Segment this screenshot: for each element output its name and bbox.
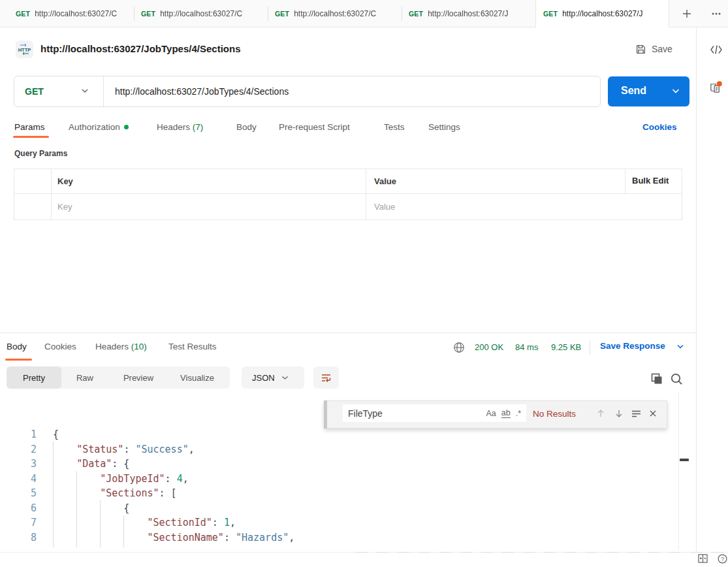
url-input[interactable]: http://localhost:63027/JobTypes/4/Sectio… [115,86,289,97]
code-line-text: { [53,501,129,516]
meta-divider [590,340,590,355]
save-button[interactable]: Save [635,40,673,57]
params-active-underline [13,136,49,138]
code-line: 5 "Sections": [ [0,486,696,501]
tab-url: http://localhost:63027/J [428,9,535,18]
view-raw[interactable]: Raw [61,366,108,389]
code-snippet-button[interactable] [709,43,723,56]
tab-method: GET [275,10,289,18]
response-divider [0,332,696,333]
find-next-button[interactable] [612,407,625,420]
response-body-underline [5,359,32,361]
line-number: 8 [13,530,37,545]
documentation-button[interactable] [709,80,723,94]
line-number: 7 [13,515,37,530]
response-tab-body[interactable]: Body [7,342,27,351]
send-label[interactable]: Send [621,85,646,97]
send-options-chevron-icon[interactable] [671,88,680,94]
bulk-edit-button[interactable]: Bulk Edit [632,176,669,186]
tab-pre-request-script[interactable]: Pre-request Script [279,122,350,132]
plus-icon [682,8,692,19]
request-tab-3[interactable]: GET http://localhost:63027/C [268,0,402,27]
request-tab-5-active[interactable]: GET http://localhost:63027/J [535,0,669,27]
code-line-text: { [53,427,59,442]
copy-response-button[interactable] [649,371,665,387]
request-tab-1[interactable]: GET http://localhost:63027/C [0,0,134,27]
indent-guide [123,515,124,547]
table-col-divider [625,169,625,193]
code-line-text: "JobTypeId": 4, [53,472,189,487]
find-in-selection-button[interactable] [629,407,642,420]
tab-body[interactable]: Body [236,122,257,132]
match-case-toggle[interactable]: Aa [486,409,496,418]
two-pane-view-button[interactable] [696,552,709,565]
format-chevron-icon [281,376,289,380]
new-tab-button[interactable] [680,7,694,21]
save-label: Save [652,44,673,54]
response-size[interactable]: 9.25 KB [551,342,581,352]
right-sidebar-divider [696,27,697,552]
tab-options-button[interactable] [709,7,723,21]
svg-text:HTTP: HTTP [18,47,31,53]
view-preview[interactable]: Preview [108,366,168,389]
headers-count: (7) [193,122,204,132]
column-header-key: Key [57,176,73,186]
param-key-input[interactable]: Key [57,202,72,212]
tab-separator [402,7,402,21]
tab-settings[interactable]: Settings [428,122,460,132]
documentation-icon [709,80,723,95]
split-pane-icon [698,554,708,563]
table-col-divider [51,169,52,219]
help-button[interactable]: ? [716,552,728,565]
code-line: 4 "JobTypeId": 4, [0,472,696,487]
response-tab-test-results[interactable]: Test Results [168,342,217,351]
param-value-input[interactable]: Value [374,202,395,212]
help-icon: ? [718,554,727,564]
arrow-down-icon [614,409,624,418]
http-request-icon: HTTP [16,40,33,58]
save-response-chevron-icon[interactable] [676,344,684,349]
tab-params[interactable]: Params [14,122,45,132]
tab-separator [134,7,135,21]
response-status[interactable]: 200 OK [475,342,503,352]
regex-toggle[interactable]: .* [516,409,521,418]
find-panel-sash[interactable] [324,400,327,429]
tab-method: GET [409,10,423,18]
request-tab-4[interactable]: GET http://localhost:63027/J [402,0,535,27]
cookies-link[interactable]: Cookies [642,122,677,132]
authorization-status-dot [124,125,129,129]
request-tab-2[interactable]: GET http://localhost:63027/C [134,0,268,27]
response-tab-headers[interactable]: Headers (10) [95,342,147,351]
response-tab-cookies[interactable]: Cookies [44,342,76,351]
scrollbar-thumb[interactable] [680,459,689,461]
whole-word-toggle[interactable]: ab [501,408,511,418]
format-select[interactable]: JSON [242,366,304,389]
tab-authorization[interactable]: Authorization [69,122,129,132]
wrap-lines-icon [321,373,332,383]
code-line-text: "Sections": [ [53,486,177,501]
code-line-text: "Data": { [53,457,129,472]
headers-label: Headers [157,122,190,132]
view-pretty[interactable]: Pretty [7,366,61,389]
line-number: 4 [13,472,37,487]
response-headers-label: Headers [95,342,129,351]
network-info-button[interactable] [452,341,465,353]
response-view-switcher: Pretty Raw Preview Visualize [7,366,230,389]
method-select[interactable]: GET [25,86,44,97]
tab-headers[interactable]: Headers (7) [157,122,203,132]
code-icon [710,44,723,55]
tab-separator [268,7,268,21]
save-response-button[interactable]: Save Response [600,341,665,351]
method-chevron-icon[interactable] [81,88,89,93]
response-time[interactable]: 84 ms [515,342,538,352]
find-close-button[interactable] [646,407,659,420]
table-border-left [14,169,14,219]
find-input[interactable]: FileType Aa ab .* [343,404,526,422]
view-visualize[interactable]: Visualize [168,366,226,389]
wrap-lines-button[interactable] [313,366,339,389]
tab-url: http://localhost:63027/J [562,9,669,18]
search-icon [670,372,684,386]
tab-tests[interactable]: Tests [384,122,405,132]
search-response-button[interactable] [669,371,684,387]
find-previous-button[interactable] [594,407,607,420]
